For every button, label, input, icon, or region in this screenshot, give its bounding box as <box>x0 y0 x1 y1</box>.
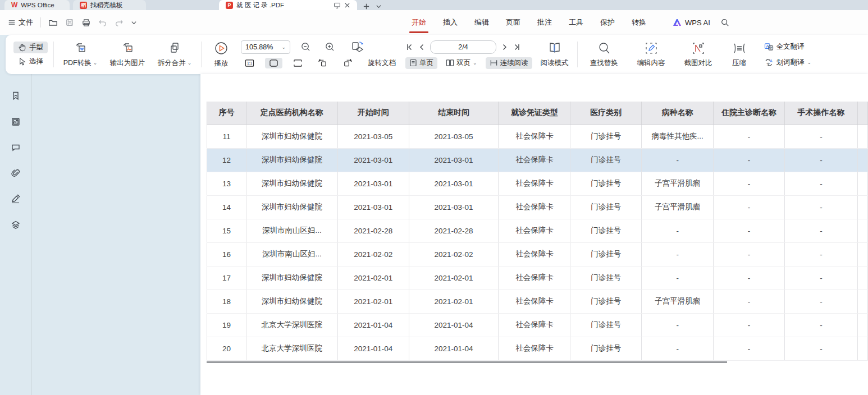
table-row[interactable]: 19北京大学深圳医院2021-01-042021-01-04社会保障卡门诊挂号-… <box>207 313 868 337</box>
table-cell: 社会保障卡 <box>499 148 570 172</box>
table-cell: 社会保障卡 <box>499 313 570 337</box>
table-row[interactable]: 14深圳市妇幼保健院2021-03-012021-03-01社会保障卡门诊挂号子… <box>207 195 868 219</box>
table-cell: 门诊挂号 <box>570 313 642 337</box>
ribbon-tab-protect[interactable]: 保护 <box>600 10 615 35</box>
table-cell <box>857 125 867 148</box>
table-cell: - <box>642 148 714 172</box>
table-cell: - <box>714 125 785 148</box>
tab-label: WPS Office <box>21 2 54 8</box>
pdf-page[interactable]: 序号定点医药机构名称开始时间结束时间就诊凭证类型医疗类别病种名称住院主诊断名称手… <box>200 74 868 395</box>
table-cell: 2021-03-01 <box>409 148 499 172</box>
table-cell: 14 <box>207 195 246 219</box>
signature-icon[interactable] <box>10 193 22 205</box>
table-cell: 社会保障卡 <box>499 337 570 360</box>
table-cell: 深圳市妇幼保健院 <box>246 148 337 172</box>
table-cell: - <box>785 219 858 242</box>
table-cell: 2021-02-02 <box>337 242 409 266</box>
window-tab-bar: W WPS Office 稻 找稻壳模板 P 就 医 记 录 .PDF <box>0 0 868 10</box>
table-cell: - <box>642 313 714 337</box>
table-cell: - <box>785 195 858 219</box>
table-cell: 15 <box>207 219 246 242</box>
table-cell: 19 <box>207 313 246 337</box>
ribbon-search-icon[interactable] <box>720 18 729 27</box>
table-cell: 门诊挂号 <box>570 195 642 219</box>
table-bottom-rule <box>207 361 727 363</box>
tab-wps-office[interactable]: W WPS Office <box>4 0 70 10</box>
table-header-cell: 医疗类别 <box>570 102 642 125</box>
table-row[interactable]: 15深圳市南山区妇...2021-02-282021-02-28社会保障卡门诊挂… <box>207 219 868 242</box>
print-icon[interactable] <box>81 18 91 27</box>
bookmark-icon[interactable] <box>10 90 22 102</box>
table-cell: 2021-03-01 <box>337 195 409 219</box>
table-cell: 2021-03-05 <box>409 125 499 148</box>
tab-list-chevron-icon[interactable] <box>376 3 382 10</box>
wps-logo-icon: W <box>11 1 17 9</box>
table-cell: 16 <box>207 242 246 266</box>
docer-icon: 稻 <box>80 2 87 9</box>
table-row[interactable]: 16深圳市南山区妇...2021-02-022021-02-02社会保障卡门诊挂… <box>207 242 868 266</box>
table-cell: - <box>642 266 714 290</box>
tab-docer-templates[interactable]: 稻 找稻壳模板 <box>73 0 146 10</box>
thumbnail-icon[interactable] <box>10 116 22 128</box>
table-header-cell: 就诊凭证类型 <box>499 102 570 125</box>
new-tab-icon[interactable] <box>363 3 370 10</box>
table-cell: 2021-01-04 <box>409 337 499 360</box>
table-cell: - <box>785 313 858 337</box>
ribbon-tab-edit[interactable]: 编辑 <box>474 10 489 35</box>
layers-icon[interactable] <box>10 219 22 231</box>
ribbon-tab-comment[interactable]: 批注 <box>537 10 552 35</box>
table-row[interactable]: 13深圳市妇幼保健院2021-03-012021-03-01社会保障卡门诊挂号子… <box>207 172 868 195</box>
table-cell: 深圳市妇幼保健院 <box>246 290 337 313</box>
wps-pdf-window: W WPS Office 稻 找稻壳模板 P 就 医 记 录 .PDF <box>0 0 868 395</box>
table-cell: 门诊挂号 <box>570 125 642 148</box>
hamburger-icon <box>8 19 16 26</box>
table-cell: 门诊挂号 <box>570 290 642 313</box>
table-cell: - <box>642 219 714 242</box>
table-cell: 深圳市妇幼保健院 <box>246 195 337 219</box>
close-tab-icon[interactable] <box>344 2 350 8</box>
table-cell: 2021-03-05 <box>337 125 409 148</box>
save-icon[interactable] <box>65 18 74 27</box>
ribbon-tab-home[interactable]: 开始 <box>412 10 426 35</box>
table-cell: 社会保障卡 <box>499 125 570 148</box>
quick-access-chevron-icon[interactable] <box>131 20 137 26</box>
table-cell: - <box>785 125 858 148</box>
table-row[interactable]: 18深圳市妇幼保健院2021-02-012021-02-01社会保障卡门诊挂号子… <box>207 290 868 313</box>
table-cell: 深圳市南山区妇... <box>246 242 337 266</box>
table-cell: - <box>785 242 858 266</box>
ribbon-tab-tools[interactable]: 工具 <box>569 10 583 35</box>
monitor-icon[interactable] <box>334 2 341 9</box>
file-menu-button[interactable]: 文件 <box>8 17 33 27</box>
table-cell: - <box>714 148 785 172</box>
table-row[interactable]: 12深圳市妇幼保健院2021-03-012021-03-01社会保障卡门诊挂号-… <box>207 148 868 172</box>
tab-document[interactable]: P 就 医 记 录 .PDF <box>219 0 357 10</box>
document-canvas[interactable]: 序号定点医药机构名称开始时间结束时间就诊凭证类型医疗类别病种名称住院主诊断名称手… <box>32 39 868 395</box>
undo-icon[interactable] <box>98 18 107 27</box>
ribbon-tab-page[interactable]: 页面 <box>506 10 520 35</box>
comment-icon[interactable] <box>10 141 22 154</box>
redo-icon[interactable] <box>115 18 124 27</box>
attachment-icon[interactable] <box>10 167 22 180</box>
table-row[interactable]: 20北京大学深圳医院2021-01-042021-01-04社会保障卡门诊挂号-… <box>207 337 868 360</box>
wps-ai-label: WPS AI <box>685 19 710 27</box>
table-cell: 深圳市妇幼保健院 <box>246 266 337 290</box>
table-cell: - <box>785 337 858 360</box>
open-file-icon[interactable] <box>48 18 58 27</box>
ribbon-tab-insert[interactable]: 插入 <box>443 10 458 35</box>
table-header-cell: 住院主诊断名称 <box>714 102 785 125</box>
table-cell: 12 <box>207 148 246 172</box>
table-row[interactable]: 11深圳市妇幼保健院2021-03-052021-03-05社会保障卡门诊挂号病… <box>207 125 868 148</box>
table-cell: 2021-01-04 <box>337 313 409 337</box>
table-cell <box>857 337 867 360</box>
table-cell: 门诊挂号 <box>570 337 642 360</box>
table-cell: 深圳市南山区妇... <box>246 219 337 242</box>
cursor-icon <box>18 57 26 66</box>
table-cell <box>857 172 867 195</box>
wps-ai-logo-icon <box>673 19 682 26</box>
table-cell <box>857 195 867 219</box>
ribbon-tab-convert[interactable]: 转换 <box>632 10 646 35</box>
medical-records-table: 序号定点医药机构名称开始时间结束时间就诊凭证类型医疗类别病种名称住院主诊断名称手… <box>207 102 868 361</box>
table-row[interactable]: 17深圳市妇幼保健院2021-02-012021-02-01社会保障卡门诊挂号-… <box>207 266 868 290</box>
table-cell: 子宫平滑肌瘤 <box>642 290 714 313</box>
wps-ai-button[interactable]: WPS AI <box>673 19 710 27</box>
